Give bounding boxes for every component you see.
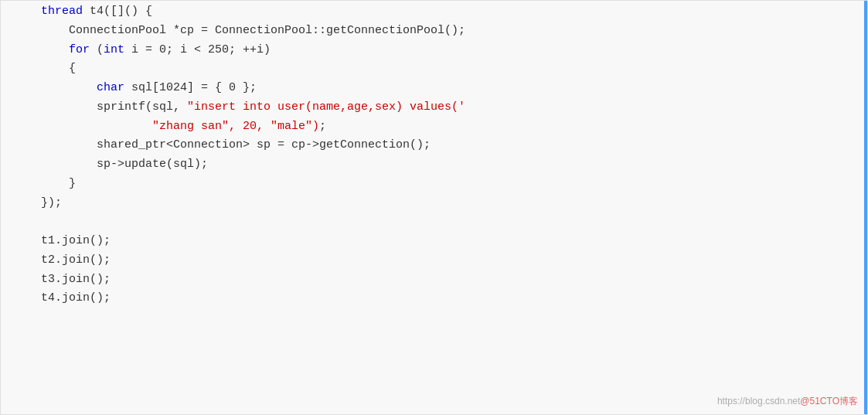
code-line-9: sp->update(sql); xyxy=(13,158,208,171)
code-line-13: t1.join(); xyxy=(13,234,111,247)
code-line-4: { xyxy=(13,62,76,75)
code-line-1: thread t4([]() { xyxy=(13,5,152,18)
watermark-highlight: @51CTO博客 xyxy=(800,396,858,406)
watermark: https://blog.csdn.net@51CTO博客 xyxy=(717,395,858,408)
code-line-16: t4.join(); xyxy=(13,291,111,304)
code-line-7: "zhang san", 20, "male"); xyxy=(13,120,326,133)
scroll-indicator xyxy=(864,1,867,414)
code-line-3: for (int i = 0; i < 250; ++i) xyxy=(13,43,271,56)
code-line-10: } xyxy=(13,177,76,190)
code-line-11: }); xyxy=(13,196,62,209)
code-line-14: t2.join(); xyxy=(13,253,111,267)
code-line-5: char sql[1024] = { 0 }; xyxy=(13,81,257,94)
code-line-8: shared_ptr<Connection> sp = cp->getConne… xyxy=(13,138,431,151)
code-block: thread t4([]() { ConnectionPool *cp = Co… xyxy=(1,1,867,310)
code-line-15: t3.join(); xyxy=(13,273,111,286)
code-line-2: ConnectionPool *cp = ConnectionPool::get… xyxy=(13,24,465,37)
code-line-6: sprintf(sql, "insert into user(name,age,… xyxy=(13,100,465,114)
code-container: thread t4([]() { ConnectionPool *cp = Co… xyxy=(0,0,868,415)
